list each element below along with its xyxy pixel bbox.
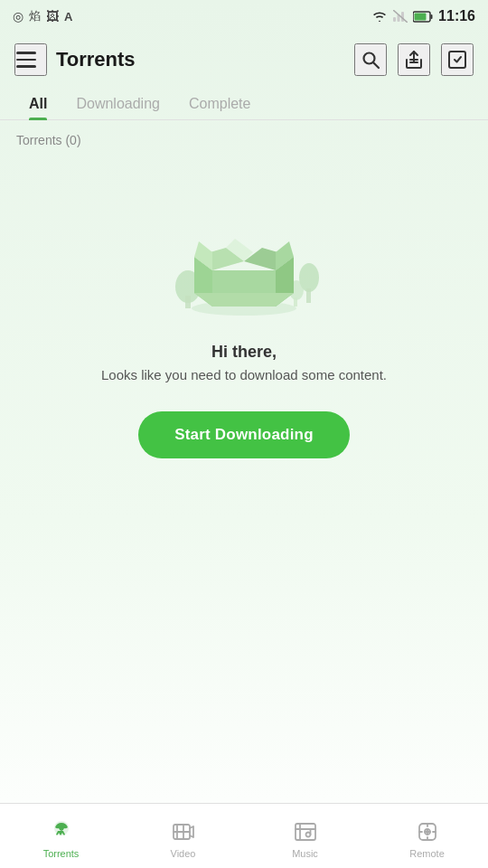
torrents-nav-icon (49, 819, 74, 844)
nav-item-music[interactable]: Music (244, 814, 366, 859)
empty-message: Looks like you need to download some con… (101, 367, 387, 382)
nav-label-music: Music (292, 848, 318, 859)
nav-label-torrents: Torrents (43, 848, 80, 859)
text-a-icon: A (64, 10, 72, 24)
wifi-icon (371, 10, 388, 23)
svg-line-8 (374, 63, 380, 69)
vpn-icon: ◎ (13, 9, 23, 24)
nav-item-video[interactable]: Video (122, 814, 244, 859)
status-time: 11:16 (438, 8, 475, 24)
signal-icon (393, 10, 408, 23)
tab-downloading[interactable]: Downloading (61, 87, 174, 119)
toolbar-actions (354, 43, 474, 76)
svg-rect-17 (294, 297, 297, 307)
svg-rect-13 (185, 296, 191, 308)
empty-greeting: Hi there, (211, 343, 277, 362)
tab-all[interactable]: All (14, 87, 61, 119)
tab-complete[interactable]: Complete (174, 87, 265, 119)
share-button[interactable] (398, 43, 430, 76)
flame-icon: 焰 (29, 8, 41, 24)
search-icon (360, 49, 381, 71)
search-button[interactable] (354, 43, 387, 76)
hamburger-menu-button[interactable] (14, 43, 47, 76)
tabs-bar: All Downloading Complete (0, 87, 488, 120)
music-nav-icon (293, 819, 318, 844)
empty-state: Hi there, Looks like you need to downloa… (0, 171, 488, 458)
nav-label-remote: Remote (409, 848, 445, 859)
status-bar-right: 11:16 (371, 8, 475, 24)
box-illustration (154, 198, 334, 325)
nav-item-remote[interactable]: Remote (366, 814, 488, 859)
select-button[interactable] (441, 43, 474, 76)
battery-icon (413, 11, 433, 23)
start-downloading-button[interactable]: Start Downloading (138, 411, 350, 458)
svg-rect-11 (449, 52, 465, 68)
status-bar-left: ◎ 焰 🖼 A (13, 8, 72, 24)
nav-label-video: Video (171, 848, 196, 859)
toolbar-title: Torrents (56, 48, 354, 71)
nav-item-torrents[interactable]: Torrents (0, 814, 122, 859)
torrents-count: Torrents (0) (0, 120, 488, 153)
remote-nav-icon (415, 819, 440, 844)
svg-rect-15 (306, 288, 311, 303)
svg-rect-33 (296, 824, 315, 840)
image-icon: 🖼 (46, 9, 59, 24)
check-square-icon (446, 49, 468, 71)
toolbar: Torrents (0, 33, 488, 87)
video-nav-icon (171, 819, 196, 844)
svg-rect-6 (415, 13, 427, 20)
svg-rect-5 (431, 14, 433, 19)
svg-rect-0 (393, 17, 396, 22)
status-bar: ◎ 焰 🖼 A 11:16 (0, 0, 488, 33)
share-icon (403, 49, 425, 71)
empty-box-svg (154, 198, 334, 325)
svg-point-7 (364, 53, 375, 64)
bottom-nav: Torrents Video Music (0, 803, 488, 868)
